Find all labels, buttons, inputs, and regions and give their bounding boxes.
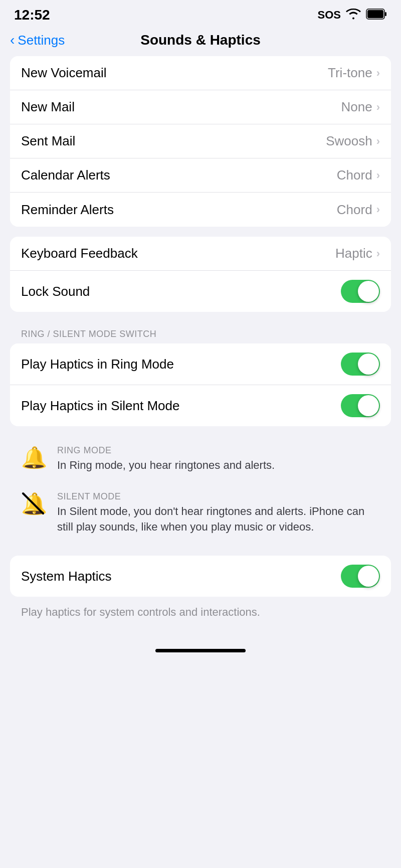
ring-silent-card: Play Haptics in Ring Mode Play Haptics i… — [10, 343, 391, 426]
new-voicemail-label: New Voicemail — [21, 65, 107, 81]
reminder-alerts-right: Chord › — [337, 202, 380, 218]
sent-mail-chevron: › — [376, 135, 380, 148]
calendar-alerts-chevron: › — [376, 169, 380, 182]
reminder-alerts-chevron: › — [376, 203, 380, 216]
status-bar: 12:52 SOS — [0, 0, 401, 27]
ring-mode-text: Ring Mode In Ring mode, you hear rington… — [57, 445, 380, 473]
silent-mode-desc: In Silent mode, you don't hear ringtones… — [57, 504, 380, 535]
new-mail-label: New Mail — [21, 99, 75, 115]
keyboard-feedback-right: Haptic › — [335, 246, 380, 261]
silent-mode-icon: 🔔 — [21, 491, 47, 516]
ring-mode-icon: 🔔 — [21, 445, 47, 470]
reminder-alerts-item[interactable]: Reminder Alerts Chord › — [10, 193, 391, 227]
keyboard-feedback-label: Keyboard Feedback — [21, 246, 138, 261]
ring-silent-header: Ring / Silent Mode Switch — [10, 322, 391, 343]
feedback-card: Keyboard Feedback Haptic › Lock Sound — [10, 237, 391, 312]
calendar-alerts-item[interactable]: Calendar Alerts Chord › — [10, 158, 391, 193]
lock-sound-item: Lock Sound — [10, 271, 391, 312]
svg-rect-2 — [385, 12, 386, 16]
lock-sound-toggle[interactable] — [341, 280, 380, 303]
system-haptics-label: System Haptics — [21, 569, 112, 584]
ring-mode-desc: In Ring mode, you hear ringtones and ale… — [57, 458, 380, 473]
haptics-silent-label: Play Haptics in Silent Mode — [21, 398, 179, 414]
ring-mode-title: Ring Mode — [57, 445, 380, 456]
lock-sound-label: Lock Sound — [21, 284, 90, 299]
keyboard-feedback-item[interactable]: Keyboard Feedback Haptic › — [10, 237, 391, 271]
calendar-alerts-label: Calendar Alerts — [21, 167, 110, 183]
svg-rect-1 — [367, 10, 383, 18]
home-indicator — [0, 639, 401, 657]
keyboard-feedback-value: Haptic — [335, 246, 372, 261]
haptics-ring-toggle-thumb — [358, 354, 379, 375]
new-mail-right: None › — [341, 99, 380, 115]
reminder-alerts-value: Chord — [337, 202, 372, 218]
haptics-ring-label: Play Haptics in Ring Mode — [21, 357, 174, 372]
main-content: New Voicemail Tri-tone › New Mail None ›… — [0, 56, 401, 629]
new-mail-chevron: › — [376, 101, 380, 114]
new-voicemail-value: Tri-tone — [328, 65, 372, 81]
system-haptics-desc: Play haptics for system controls and int… — [10, 602, 391, 629]
new-mail-item[interactable]: New Mail None › — [10, 90, 391, 124]
wifi-icon — [346, 9, 361, 22]
haptics-silent-toggle[interactable] — [341, 394, 380, 417]
silent-mode-title: Silent Mode — [57, 491, 380, 502]
haptics-ring-toggle[interactable] — [341, 353, 380, 376]
sent-mail-right: Swoosh › — [326, 133, 380, 149]
calendar-alerts-right: Chord › — [337, 167, 380, 183]
silent-mode-info: 🔔 Silent Mode In Silent mode, you don't … — [10, 482, 391, 544]
page-title: Sounds & Haptics — [140, 32, 261, 48]
nav-bar: ‹ Settings Sounds & Haptics — [0, 27, 401, 56]
sos-indicator: SOS — [318, 9, 341, 22]
back-label: Settings — [18, 33, 65, 48]
reminder-alerts-label: Reminder Alerts — [21, 202, 114, 218]
silent-mode-text: Silent Mode In Silent mode, you don't he… — [57, 491, 380, 535]
system-haptics-toggle[interactable] — [341, 565, 380, 588]
calendar-alerts-value: Chord — [337, 167, 372, 183]
sent-mail-value: Swoosh — [326, 133, 372, 149]
haptics-silent-toggle-thumb — [358, 395, 379, 416]
new-voicemail-chevron: › — [376, 67, 380, 80]
new-voicemail-item[interactable]: New Voicemail Tri-tone › — [10, 56, 391, 90]
ring-mode-info: 🔔 Ring Mode In Ring mode, you hear ringt… — [10, 436, 391, 482]
system-haptics-toggle-thumb — [358, 566, 379, 587]
status-time: 12:52 — [14, 7, 50, 23]
back-chevron-icon: ‹ — [10, 32, 15, 48]
system-haptics-item: System Haptics — [10, 556, 391, 597]
haptics-ring-item: Play Haptics in Ring Mode — [10, 343, 391, 385]
new-mail-value: None — [341, 99, 372, 115]
haptics-silent-item: Play Haptics in Silent Mode — [10, 385, 391, 426]
back-button[interactable]: ‹ Settings — [10, 32, 65, 48]
lock-sound-toggle-thumb — [358, 281, 379, 302]
sent-mail-label: Sent Mail — [21, 133, 75, 149]
battery-icon — [366, 9, 387, 22]
ring-silent-section: Ring / Silent Mode Switch Play Haptics i… — [10, 322, 391, 426]
alert-tones-card: New Voicemail Tri-tone › New Mail None ›… — [10, 56, 391, 227]
keyboard-feedback-chevron: › — [376, 247, 380, 260]
home-bar — [155, 649, 246, 652]
new-voicemail-right: Tri-tone › — [328, 65, 380, 81]
sent-mail-item[interactable]: Sent Mail Swoosh › — [10, 124, 391, 158]
svg-line-3 — [23, 493, 43, 513]
system-haptics-card: System Haptics — [10, 556, 391, 597]
status-icons: SOS — [318, 9, 387, 22]
